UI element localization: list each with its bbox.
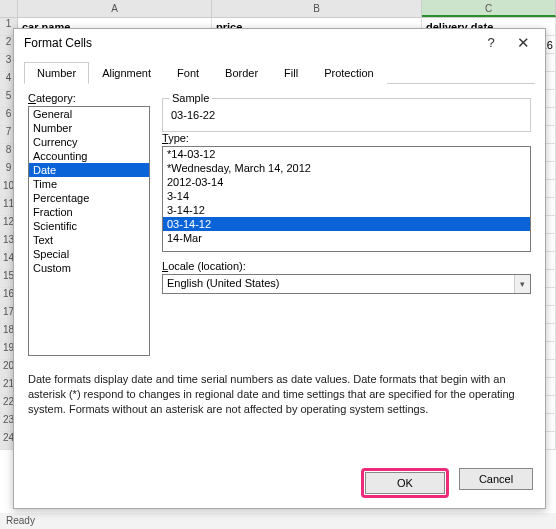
category-item[interactable]: Number (29, 121, 149, 135)
chevron-down-icon: ▾ (514, 275, 530, 293)
category-label: Category: (28, 92, 150, 104)
type-listbox[interactable]: *14-03-12*Wednesday, March 14, 20122012-… (162, 146, 531, 252)
format-cells-dialog: Format Cells ? ✕ NumberAlignmentFontBord… (13, 28, 546, 509)
tab-number[interactable]: Number (24, 62, 89, 84)
cancel-button[interactable]: Cancel (459, 468, 533, 490)
dialog-buttons: OK Cancel (361, 468, 533, 498)
ok-button[interactable]: OK (365, 472, 445, 494)
ok-highlight: OK (361, 468, 449, 498)
category-item[interactable]: Text (29, 233, 149, 247)
type-item[interactable]: 03-14-12 (163, 217, 530, 231)
format-description: Date formats display date and time seria… (14, 366, 545, 423)
sample-group: Sample 03-16-22 (162, 98, 531, 132)
tab-strip: NumberAlignmentFontBorderFillProtection (24, 61, 535, 84)
type-item[interactable]: *Wednesday, March 14, 2012 (163, 161, 530, 175)
category-item[interactable]: Fraction (29, 205, 149, 219)
tab-border[interactable]: Border (212, 62, 271, 84)
dialog-title: Format Cells (24, 36, 475, 50)
category-item[interactable]: Time (29, 177, 149, 191)
category-item[interactable]: Accounting (29, 149, 149, 163)
locale-select[interactable]: English (United States) ▾ (162, 274, 531, 294)
tab-alignment[interactable]: Alignment (89, 62, 164, 84)
category-item[interactable]: Date (29, 163, 149, 177)
col-header-c[interactable]: C (422, 0, 556, 17)
col-header-b[interactable]: B (212, 0, 422, 17)
tab-fill[interactable]: Fill (271, 62, 311, 84)
category-item[interactable]: Scientific (29, 219, 149, 233)
type-item[interactable]: 14-Mar (163, 231, 530, 245)
sample-value: 03-16-22 (171, 109, 522, 121)
category-item[interactable]: Special (29, 247, 149, 261)
locale-label: Locale (location): (162, 260, 531, 272)
type-item[interactable]: 3-14 (163, 189, 530, 203)
tab-font[interactable]: Font (164, 62, 212, 84)
category-listbox[interactable]: GeneralNumberCurrencyAccountingDateTimeP… (28, 106, 150, 356)
type-item[interactable]: 2012-03-14 (163, 175, 530, 189)
type-item[interactable]: *14-03-12 (163, 147, 530, 161)
status-bar: Ready (0, 513, 556, 529)
category-item[interactable]: Custom (29, 261, 149, 275)
locale-value: English (United States) (163, 275, 514, 293)
column-headers: A B C (0, 0, 556, 18)
tab-protection[interactable]: Protection (311, 62, 387, 84)
category-item[interactable]: Currency (29, 135, 149, 149)
type-label: Type: (162, 132, 531, 144)
col-header-a[interactable]: A (18, 0, 212, 17)
sample-label: Sample (169, 92, 212, 104)
help-button[interactable]: ? (475, 32, 507, 54)
dialog-titlebar: Format Cells ? ✕ (14, 29, 545, 57)
type-item[interactable]: 3-14-12 (163, 203, 530, 217)
close-button[interactable]: ✕ (507, 32, 539, 54)
category-item[interactable]: Percentage (29, 191, 149, 205)
category-item[interactable]: General (29, 107, 149, 121)
